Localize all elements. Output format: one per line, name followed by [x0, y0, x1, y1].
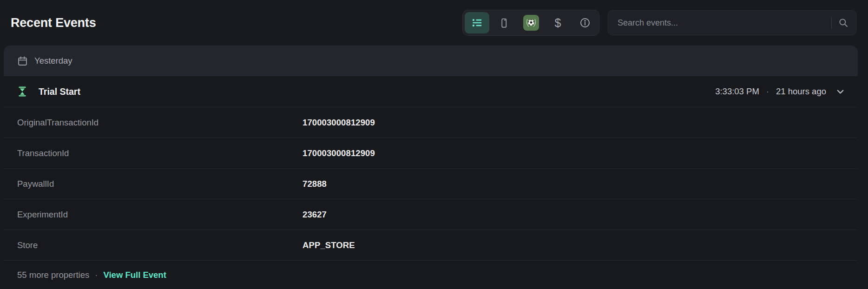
view-toolbar: $ — [462, 10, 599, 36]
view-full-event-link[interactable]: View Full Event — [103, 270, 166, 280]
property-value: 170003000812909 — [302, 148, 858, 158]
property-key: ExperimentId — [17, 210, 302, 220]
property-value: 72888 — [302, 179, 858, 189]
search-icon[interactable] — [838, 18, 848, 28]
event-time-group: 3:33:03 PM · 21 hours ago — [715, 86, 846, 97]
phone-icon — [499, 18, 509, 28]
revenue-view-button[interactable]: $ — [546, 12, 570, 33]
property-key: OriginalTransactionId — [17, 118, 302, 128]
recent-events-screen: Recent Events — [0, 0, 868, 289]
app-logo-icon — [523, 15, 539, 31]
property-value: 170003000812909 — [302, 118, 858, 128]
property-row: PaywallId 72888 — [4, 168, 858, 199]
event-footer: 55 more properties · View Full Event — [4, 260, 858, 289]
date-group-label: Yesterday — [34, 56, 72, 66]
search-input[interactable] — [618, 18, 828, 28]
info-icon — [579, 17, 591, 28]
events-card: Yesterday Trial Start 3:33:03 PM · 21 ho… — [4, 46, 858, 289]
date-group-header: Yesterday — [4, 46, 858, 76]
event-relative-time: 21 hours ago — [776, 86, 826, 97]
property-value: 23627 — [302, 210, 858, 220]
property-row: TransactionId 170003000812909 — [4, 138, 858, 168]
event-title: Trial Start — [39, 86, 80, 97]
chevron-down-icon[interactable] — [835, 86, 846, 97]
device-view-button[interactable] — [492, 12, 516, 33]
dot-separator: · — [766, 86, 769, 97]
property-row: Store APP_STORE — [4, 230, 858, 260]
list-icon — [472, 17, 483, 28]
search-box — [608, 10, 856, 35]
event-left: Trial Start — [17, 86, 80, 97]
search-divider — [831, 17, 832, 29]
property-row: ExperimentId 23627 — [4, 199, 858, 230]
app-view-button[interactable] — [519, 12, 543, 33]
calendar-icon — [17, 56, 28, 66]
top-bar: Recent Events — [0, 0, 868, 46]
dot-separator: · — [95, 270, 98, 280]
property-key: TransactionId — [17, 148, 302, 158]
hourglass-icon — [17, 86, 27, 97]
info-button[interactable] — [572, 12, 597, 33]
property-value: APP_STORE — [302, 240, 858, 250]
property-row: OriginalTransactionId 170003000812909 — [4, 107, 858, 138]
property-key: Store — [17, 240, 302, 250]
list-view-button[interactable] — [465, 12, 489, 33]
more-properties-text: 55 more properties — [17, 270, 89, 280]
event-row[interactable]: Trial Start 3:33:03 PM · 21 hours ago — [4, 76, 858, 107]
page-title: Recent Events — [11, 16, 96, 30]
dollar-icon: $ — [555, 17, 561, 29]
top-bar-right: $ — [462, 10, 856, 36]
event-timestamp: 3:33:03 PM — [715, 86, 759, 97]
property-key: PaywallId — [17, 179, 302, 189]
